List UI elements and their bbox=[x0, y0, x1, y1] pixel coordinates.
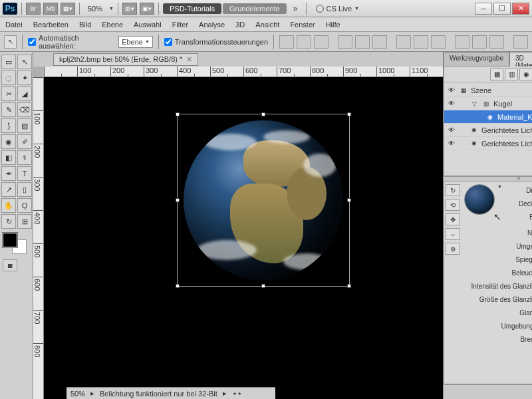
tree-row[interactable]: 👁▽▥Kugel bbox=[444, 97, 532, 110]
3d-mode-icon[interactable] bbox=[513, 35, 528, 49]
panel-tab[interactable]: Werkzeugvorgabe bbox=[444, 52, 509, 66]
menu-help[interactable]: Hilfe bbox=[326, 21, 340, 29]
3d-roll-icon[interactable]: ⟲ bbox=[446, 199, 460, 211]
distribute-icon[interactable] bbox=[431, 35, 446, 49]
workspace-overflow[interactable]: » bbox=[289, 3, 302, 15]
menu-view[interactable]: Ansicht bbox=[255, 21, 279, 29]
menu-analysis[interactable]: Analyse bbox=[199, 21, 225, 29]
tool-14[interactable]: ✒ bbox=[1, 166, 16, 181]
menu-layer[interactable]: Ebene bbox=[102, 21, 123, 29]
tool-12[interactable]: ◧ bbox=[1, 150, 16, 165]
bridge-button[interactable]: Br bbox=[26, 3, 41, 15]
tool-0[interactable]: ▭ bbox=[1, 55, 16, 69]
align-icon[interactable] bbox=[279, 35, 294, 49]
tree-row[interactable]: 👁✺Gerichtetes Licht 1 bbox=[444, 124, 532, 137]
tool-13[interactable]: ⚕ bbox=[17, 150, 32, 165]
mesh-mode-icon[interactable]: ▥ bbox=[505, 68, 518, 80]
transform-handle[interactable] bbox=[261, 112, 265, 116]
auto-select-target[interactable]: Ebene bbox=[118, 36, 153, 48]
tool-4[interactable]: ✂ bbox=[1, 86, 16, 101]
status-zoom[interactable]: 50% bbox=[70, 390, 85, 398]
move-tool-icon: ↖ bbox=[4, 35, 17, 49]
cslive-button[interactable]: CS Live▼ bbox=[311, 5, 364, 13]
auto-select-check[interactable]: Automatisch auswählen: bbox=[28, 34, 113, 50]
tool-10[interactable]: ◉ bbox=[1, 134, 16, 149]
transform-handle[interactable] bbox=[176, 198, 180, 202]
tool-1[interactable]: ↖ bbox=[17, 55, 32, 69]
distribute-icon[interactable] bbox=[414, 35, 428, 49]
menu-select[interactable]: Auswahl bbox=[134, 21, 162, 29]
close-button[interactable]: ✕ bbox=[512, 3, 529, 15]
3d-scale-icon[interactable]: ⊕ bbox=[446, 243, 460, 255]
transform-handle[interactable] bbox=[261, 284, 265, 288]
menu-filter[interactable]: Filter bbox=[172, 21, 188, 29]
visibility-icon[interactable]: 👁 bbox=[447, 86, 456, 95]
minibridge-button[interactable]: Mb bbox=[43, 3, 58, 15]
quickmask-button[interactable]: ◙ bbox=[3, 259, 17, 271]
transform-handle[interactable] bbox=[347, 198, 351, 202]
3d-pan-icon[interactable]: ✥ bbox=[446, 213, 460, 225]
distribute-icon[interactable] bbox=[455, 35, 469, 49]
tool-2[interactable]: ◌ bbox=[1, 70, 16, 85]
tree-row[interactable]: 👁✺Gerichtetes Licht 2 bbox=[444, 137, 532, 150]
align-icon[interactable] bbox=[314, 35, 329, 49]
tool-8[interactable]: ⟆ bbox=[1, 118, 16, 133]
tool-20[interactable]: ↻ bbox=[1, 214, 16, 229]
close-tab-icon[interactable]: ✕ bbox=[186, 55, 192, 64]
panel-divider[interactable] bbox=[444, 176, 532, 182]
tool-7[interactable]: ⌫ bbox=[17, 102, 32, 117]
tool-17[interactable]: ▯ bbox=[17, 182, 32, 197]
panel-tab-active[interactable]: 3D {Materialien} bbox=[509, 52, 532, 66]
scene-mode-icon[interactable]: ▦ bbox=[490, 68, 503, 80]
align-icon[interactable] bbox=[355, 35, 370, 49]
menu-file[interactable]: Datei bbox=[5, 21, 23, 29]
transform-box[interactable] bbox=[177, 114, 350, 287]
tool-19[interactable]: Q bbox=[17, 198, 32, 213]
layout-button[interactable]: ▦▾ bbox=[61, 3, 75, 15]
menu-image[interactable]: Bild bbox=[79, 21, 91, 29]
distribute-icon[interactable] bbox=[489, 35, 504, 49]
transform-handle[interactable] bbox=[176, 284, 180, 288]
align-icon[interactable] bbox=[338, 35, 352, 49]
tool-18[interactable]: ✋ bbox=[1, 198, 16, 213]
distribute-icon[interactable] bbox=[472, 35, 487, 49]
transform-handle[interactable] bbox=[347, 112, 351, 116]
canvas[interactable] bbox=[44, 77, 443, 399]
maximize-button[interactable]: ☐ bbox=[493, 3, 511, 15]
tree-row-selected[interactable]: ◉Material_Kugel bbox=[444, 110, 532, 124]
screen-mode-button[interactable]: ▣▾ bbox=[140, 3, 154, 15]
arrange-button[interactable]: ▥▾ bbox=[122, 3, 137, 15]
tree-row[interactable]: 👁▦Szene bbox=[444, 84, 532, 97]
visibility-icon[interactable]: 👁 bbox=[447, 126, 456, 135]
zoom-level[interactable]: 50% bbox=[84, 5, 106, 13]
material-preview[interactable] bbox=[464, 184, 495, 215]
workspace-pill[interactable]: PSD-Tutorials bbox=[163, 3, 221, 14]
align-icon[interactable] bbox=[372, 35, 387, 49]
transform-controls-check[interactable]: Transformationssteuerungen bbox=[164, 38, 268, 46]
minimize-button[interactable]: ─ bbox=[475, 3, 492, 15]
align-icon[interactable] bbox=[297, 35, 311, 49]
3d-orbit-icon[interactable]: ↻ bbox=[446, 184, 460, 196]
document-tab[interactable]: kplj2th2.bmp bei 50% (Erde, RGB/8) *✕ bbox=[53, 53, 198, 66]
tool-6[interactable]: ✎ bbox=[1, 102, 16, 117]
tool-3[interactable]: ✦ bbox=[17, 70, 32, 85]
transform-handle[interactable] bbox=[176, 112, 180, 116]
tool-11[interactable]: ✐ bbox=[17, 134, 32, 149]
tool-9[interactable]: ▨ bbox=[17, 118, 32, 133]
material-mode-icon[interactable]: ◉ bbox=[519, 68, 532, 80]
3d-slide-icon[interactable]: ↔ bbox=[446, 228, 460, 240]
fg-color[interactable] bbox=[3, 233, 17, 247]
visibility-icon[interactable]: 👁 bbox=[447, 99, 456, 108]
visibility-icon[interactable]: 👁 bbox=[447, 139, 456, 148]
workspace-pill[interactable]: Grundelemente bbox=[223, 3, 287, 14]
menu-window[interactable]: Fenster bbox=[290, 21, 315, 29]
tool-21[interactable]: ⊞ bbox=[17, 214, 32, 229]
transform-handle[interactable] bbox=[347, 284, 351, 288]
tool-5[interactable]: ◢ bbox=[17, 86, 32, 101]
menu-3d[interactable]: 3D bbox=[235, 21, 245, 29]
color-swatches[interactable] bbox=[1, 233, 31, 257]
menu-edit[interactable]: Bearbeiten bbox=[33, 21, 68, 29]
tool-16[interactable]: ↗ bbox=[1, 182, 16, 197]
distribute-icon[interactable] bbox=[396, 35, 411, 49]
tool-15[interactable]: T bbox=[17, 166, 32, 181]
